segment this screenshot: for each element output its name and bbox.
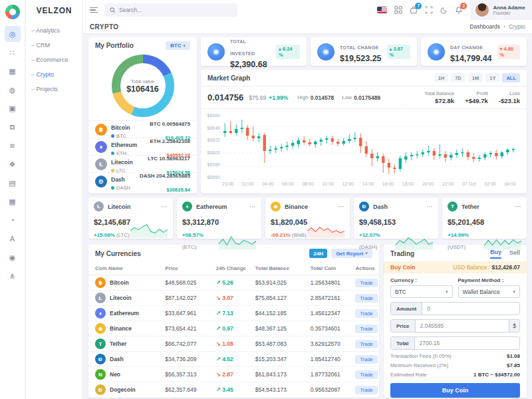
table-row[interactable]: ŁLitecoin $87,142.027 ↘ 3.07 $75,854.127… — [88, 291, 379, 306]
market-change-pct: +1.99% — [269, 94, 288, 101]
trade-button[interactable]: Trade — [355, 309, 377, 318]
user-menu[interactable]: Anna Adame Founder — [470, 0, 532, 20]
cart-button[interactable]: 7 — [410, 6, 418, 14]
coin-icon: ◆ — [95, 323, 106, 334]
total-input[interactable] — [415, 337, 519, 349]
table-row[interactable]: ♦Eathereum $33,847.961 ↗ 7.13 $44,152.18… — [88, 306, 379, 321]
table-row[interactable]: ÐDogecoin $62,357.649 ↗ 3.45 $54,843.173… — [88, 382, 379, 398]
sparkline-chart — [307, 221, 344, 239]
apps-icon[interactable]: ∷ — [5, 45, 21, 61]
table-row[interactable]: ĐDash $34,736.209 ↗ 4.52 $15,203.347 1.8… — [88, 352, 379, 367]
tables-icon[interactable]: ▦ — [5, 194, 21, 209]
cell-24h-change: ↗ 3.45 — [216, 386, 233, 393]
search-input[interactable] — [119, 7, 232, 13]
coin-icon: ฿ — [95, 124, 107, 136]
price-input[interactable] — [416, 320, 509, 332]
cell-24h-change: ↘ 3.07 — [216, 295, 233, 301]
dark-mode-button[interactable] — [440, 7, 448, 14]
payment-method-select[interactable]: Wallet Balance ▾ — [458, 285, 521, 298]
coin-amount: BTC 0.00584875 — [150, 121, 190, 127]
hamburger-menu-icon[interactable] — [90, 5, 98, 14]
amount-input-group: Amount — [390, 302, 520, 315]
fullscreen-button[interactable] — [425, 6, 433, 14]
breadcrumb-separator: › — [503, 23, 505, 30]
sidebar-item-crm[interactable]: CRM — [26, 38, 82, 53]
layouts-icon[interactable]: ▦ — [5, 63, 21, 79]
brand-logo-icon[interactable] — [5, 5, 20, 19]
range-24h-button[interactable]: 24H — [309, 249, 327, 258]
base-ui-icon[interactable]: ≋ — [5, 138, 21, 154]
chart-x-axis: 23:0002:0004:0006:0008:0010:0012:0014:00… — [222, 180, 516, 186]
more-options-icon[interactable]: ⋯ — [515, 205, 521, 209]
range-button-1h[interactable]: 1H — [434, 73, 449, 82]
trade-button[interactable]: Trade — [355, 370, 377, 379]
coin-card-pair: (USDT) — [448, 244, 466, 250]
user-avatar — [475, 3, 489, 17]
search-icon — [110, 7, 116, 13]
apps-grid-button[interactable] — [394, 6, 402, 14]
authentication-icon[interactable]: ◍ — [5, 82, 21, 98]
advance-ui-icon[interactable]: ❖ — [5, 156, 21, 172]
trade-button[interactable]: Trade — [355, 340, 377, 348]
cell-coin-name: Dogecoin — [110, 386, 136, 393]
table-row[interactable]: ◆Binance $73,654.421 ↗ 0.97 $48,367.125 … — [88, 321, 379, 336]
price-currency-suffix: $ — [509, 320, 519, 332]
trade-button[interactable]: Trade — [355, 279, 377, 287]
y-tick-label: $6640 — [205, 126, 220, 130]
x-tick-label: 08:00 — [302, 182, 314, 186]
range-button-all[interactable]: ALL — [502, 73, 520, 82]
forms-icon[interactable]: ▤ — [5, 175, 21, 191]
cell-total-balance: $53,487.083 — [251, 336, 307, 352]
currency-select[interactable]: BTC ▾ — [390, 285, 453, 298]
maps-icon[interactable]: ◉ — [5, 249, 21, 265]
coin-mini-card-litecoin: Ł Litecoin ⋯ $2,145,687 +15.08% (LTC) — [88, 198, 173, 239]
column-header: Coin Name — [88, 262, 161, 275]
sidebar-item-ecommerce[interactable]: Ecommerce — [26, 53, 82, 67]
coin-icon: Đ — [95, 176, 107, 188]
charts-icon[interactable]: ◔ — [5, 212, 21, 228]
range-button-1y[interactable]: 1Y — [485, 73, 499, 82]
stat-label: TOTAL INVESTED — [230, 39, 255, 56]
table-row[interactable]: NNeo $56,357.313 ↘ 2.87 $61,843.173 1.87… — [88, 367, 379, 382]
dashboards-icon[interactable]: ◎ — [5, 26, 21, 42]
notifications-button[interactable]: 3 — [455, 6, 463, 14]
portfolio-coin-row[interactable]: Đ Dash DASH DASH 204.28565885 $30635.84 — [88, 172, 197, 190]
more-options-icon[interactable]: ⋯ — [249, 205, 256, 209]
x-tick-label: 12:00 — [342, 182, 354, 186]
trade-button[interactable]: Trade — [355, 325, 377, 333]
breadcrumb-dashboards[interactable]: Dashboards — [469, 23, 500, 30]
more-options-icon[interactable]: ⋯ — [161, 205, 168, 209]
amount-input[interactable] — [422, 303, 519, 315]
trade-button[interactable]: Trade — [355, 355, 377, 364]
cell-total-balance: $54,843.173 — [251, 382, 307, 398]
more-options-icon[interactable]: ⋯ — [426, 205, 433, 209]
cell-24h-change: ↗ 0.97 — [216, 325, 233, 332]
coin-icon: ♦ — [95, 308, 106, 319]
currencies-card: My Currencies 24H Get Report ▾ Coin Name… — [88, 245, 379, 398]
trade-button[interactable]: Trade — [355, 386, 377, 394]
range-button-1m[interactable]: 1M — [468, 73, 483, 82]
more-options-icon[interactable]: ⋯ — [338, 205, 344, 209]
trade-button[interactable]: Trade — [355, 294, 377, 303]
cell-total-coin: 3.62912570 — [307, 336, 352, 352]
buy-coin-button[interactable]: Buy Coin — [390, 383, 520, 398]
multilevel-icon[interactable]: ⋔ — [5, 268, 21, 284]
sidebar-item-projects[interactable]: Projects — [26, 82, 82, 96]
stat-label: TOTAL CHANGE — [340, 45, 378, 50]
landing-icon[interactable]: ⧉ — [5, 119, 21, 135]
y-tick-label: $6580 — [205, 162, 220, 167]
range-button-7d[interactable]: 7D — [451, 73, 466, 82]
cell-coin-name: Bitcoin — [110, 279, 129, 286]
icons-icon[interactable]: A — [5, 231, 21, 247]
portfolio-card: My Portfolio BTC ▾ Total value $106416 ฿… — [88, 37, 197, 194]
table-row[interactable]: ฿Bitcoin $48,568.025 ↗ 5.26 $53,914.025 … — [88, 275, 379, 291]
coin-card-value: $3,312,870 — [182, 218, 219, 226]
portfolio-currency-select[interactable]: BTC ▾ — [166, 41, 190, 50]
table-row[interactable]: TTether $66,742.077 ↘ 1.08 $53,487.083 3… — [88, 336, 379, 352]
pages-icon[interactable]: ▣ — [5, 100, 21, 116]
sidebar-item-crypto[interactable]: Crypto — [26, 67, 82, 82]
cell-coin-name: Tether — [110, 340, 126, 347]
language-flag-button[interactable] — [377, 7, 387, 13]
sidebar-item-analytics[interactable]: Analytics — [26, 23, 82, 38]
brand-wordmark[interactable]: VELZON — [26, 0, 82, 23]
